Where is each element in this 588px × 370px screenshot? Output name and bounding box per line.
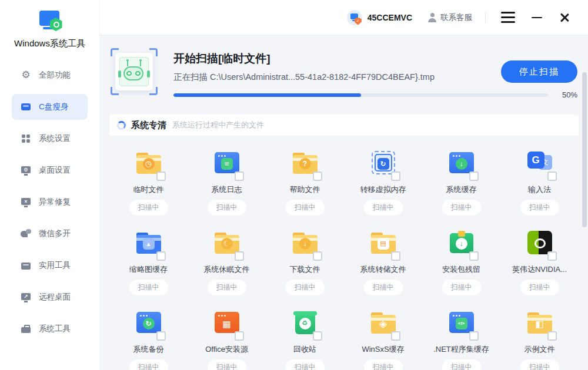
contact-support-label: 联系客服 — [440, 12, 472, 23]
sidebar-item-4[interactable]: × 异常修复 — [12, 189, 88, 215]
status-badge: 扫描中 — [442, 280, 481, 295]
scan-category-item[interactable]: ≡ 系统日志 扫描中 — [188, 136, 266, 216]
app-title: Windows系统工具 — [0, 38, 99, 49]
item-checkbox[interactable] — [469, 331, 479, 341]
section-subtitle: 系统运行过程中产生的文件 — [172, 120, 264, 130]
item-checkbox[interactable] — [469, 251, 479, 261]
sidebar-item-1[interactable]: C盘瘦身 — [12, 94, 88, 120]
stop-scan-button[interactable]: 停止扫描 — [501, 60, 577, 83]
scan-category-item[interactable]: ▤ 系统转储文件 扫描中 — [344, 216, 422, 295]
item-label: 英伟达NVIDIA... — [500, 264, 579, 275]
scan-category-item[interactable]: ? 帮助文件 扫描中 — [266, 136, 344, 216]
scan-category-item[interactable]: </> .NET程序集缓存 扫描中 — [422, 295, 500, 370]
scan-category-item[interactable]: ↓ 下载文件 扫描中 — [266, 216, 344, 295]
sidebar-item-5[interactable]: 微信多开 — [12, 221, 88, 247]
scan-category-item[interactable]: ↓ 安装包残留 扫描中 — [422, 216, 500, 295]
sidebar-nav: 全部功能 C盘瘦身 系统设置 ⚙ 桌面设置 × 异常修复 微信多开 实用工具 ↗… — [0, 62, 99, 342]
sidebar-item-7[interactable]: ↗ 远程桌面 — [12, 284, 88, 310]
scan-category-item[interactable]: ↓ 系统缓存 扫描中 — [422, 136, 500, 216]
sidebar-item-3[interactable]: ⚙ 桌面设置 — [12, 157, 88, 183]
item-checkbox[interactable] — [313, 331, 322, 341]
scan-category-item[interactable]: ◧ 示例文件 扫描中 — [500, 295, 579, 370]
status-badge: 扫描中 — [286, 359, 325, 370]
item-checkbox[interactable] — [235, 331, 244, 341]
temp-files-icon: ◷ — [135, 149, 163, 177]
item-label: 临时文件 — [109, 184, 188, 195]
scan-category-item[interactable]: ♻ 回收站 扫描中 — [266, 295, 344, 370]
item-label: 系统日志 — [188, 184, 266, 195]
hibernation-files-icon: ☾ — [213, 228, 241, 257]
status-badge: 扫描中 — [520, 359, 559, 370]
item-label: 下载文件 — [266, 264, 344, 275]
scrollbar-thumb[interactable] — [582, 72, 587, 227]
item-label: 系统转储文件 — [344, 264, 422, 275]
system-dump-files-icon: ▤ — [369, 228, 397, 257]
sidebar-item-0[interactable]: 全部功能 — [12, 62, 88, 88]
item-checkbox[interactable] — [235, 171, 244, 181]
close-icon[interactable] — [559, 12, 570, 23]
item-checkbox[interactable] — [391, 251, 400, 261]
item-label: WinSxS缓存 — [344, 344, 422, 355]
scan-category-item[interactable]: ◷ 临时文件 扫描中 — [109, 136, 188, 216]
sidebar-item-label: C盘瘦身 — [39, 102, 68, 112]
item-checkbox[interactable] — [547, 171, 557, 181]
nvidia-cache-icon — [526, 228, 554, 257]
sidebar-item-label: 系统工具 — [39, 324, 71, 334]
status-badge: 扫描中 — [286, 280, 325, 295]
contact-support-button[interactable]: 联系客服 — [427, 12, 472, 23]
item-checkbox[interactable] — [235, 251, 244, 261]
item-checkbox[interactable] — [391, 331, 400, 341]
scan-category-item[interactable]: ↻ 系统备份 扫描中 — [109, 295, 188, 370]
item-checkbox[interactable] — [313, 251, 322, 261]
winsxs-cache-icon: ◈ — [369, 308, 397, 337]
progress-bar-fill — [173, 93, 361, 97]
item-checkbox[interactable] — [156, 251, 166, 261]
item-checkbox[interactable] — [547, 331, 557, 341]
item-label: 转移虚拟内存 — [344, 184, 422, 195]
loading-spinner-icon — [117, 121, 126, 130]
scan-robot-avatar — [111, 48, 158, 95]
item-label: 安装包残留 — [422, 264, 500, 275]
username: 45CCEMVC — [368, 13, 412, 22]
user-account[interactable]: 45CCEMVC — [347, 10, 412, 25]
scan-category-item[interactable]: 英伟达NVIDIA... 扫描中 — [500, 216, 579, 295]
sample-files-icon: ◧ — [526, 308, 554, 337]
scan-category-item[interactable]: 输入法 扫描中 — [500, 136, 579, 216]
status-badge: 扫描中 — [129, 200, 168, 216]
item-checkbox[interactable] — [547, 251, 557, 261]
system-cache-icon: ↓ — [447, 149, 476, 177]
person-icon — [427, 13, 437, 22]
desktop-settings-monitor-icon: ⚙ — [21, 165, 31, 176]
item-checkbox[interactable] — [156, 331, 166, 341]
scan-category-item[interactable]: ▦ Office安装源 扫描中 — [188, 295, 266, 370]
section-header: 系统专清 系统运行过程中产生的文件 — [109, 115, 579, 136]
status-badge: 扫描中 — [442, 359, 481, 370]
office-install-source-icon: ▦ — [213, 308, 241, 337]
system-log-icon: ≡ — [213, 149, 241, 177]
utility-tools-box-icon — [21, 260, 31, 271]
menu-icon[interactable] — [501, 12, 515, 23]
app-logo-icon — [36, 9, 64, 34]
scan-category-item[interactable]: ☾ 系统休眠文件 扫描中 — [188, 216, 266, 295]
all-features-gear-icon — [21, 70, 31, 80]
minimize-icon[interactable] — [532, 12, 542, 23]
system-backup-icon: ↻ — [135, 308, 163, 337]
status-badge: 扫描中 — [364, 280, 403, 295]
sidebar-item-2[interactable]: 系统设置 — [12, 126, 88, 152]
item-checkbox[interactable] — [391, 171, 400, 181]
sidebar-item-label: 桌面设置 — [39, 165, 71, 176]
scan-category-item[interactable]: ↻ 转移虚拟内存 扫描中 — [344, 136, 422, 216]
sidebar-item-8[interactable]: 系统工具 — [12, 316, 88, 342]
item-label: .NET程序集缓存 — [422, 344, 500, 355]
status-badge: 扫描中 — [520, 200, 559, 216]
item-checkbox[interactable] — [313, 171, 322, 181]
sidebar-item-6[interactable]: 实用工具 — [12, 253, 88, 278]
scan-category-item[interactable]: ▴ 缩略图缓存 扫描中 — [109, 216, 188, 295]
scan-category-item[interactable]: ◈ WinSxS缓存 扫描中 — [344, 295, 422, 370]
item-label: 缩略图缓存 — [109, 264, 188, 275]
item-checkbox[interactable] — [469, 171, 479, 181]
item-checkbox[interactable] — [156, 171, 166, 181]
brand: Windows系统工具 — [0, 0, 99, 49]
sidebar-item-label: 异常修复 — [39, 197, 71, 207]
help-files-icon: ? — [291, 149, 319, 177]
